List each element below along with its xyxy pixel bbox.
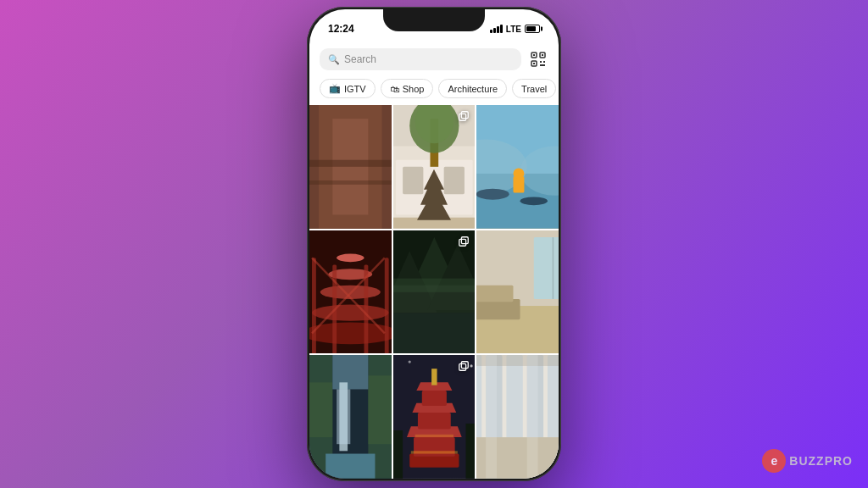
photo-cell-5[interactable] xyxy=(393,230,476,354)
photo-cell-9[interactable] xyxy=(476,355,559,479)
svg-rect-58 xyxy=(534,237,559,299)
shop-icon: 🛍 xyxy=(390,84,399,94)
svg-point-33 xyxy=(514,168,525,179)
svg-rect-14 xyxy=(309,180,392,185)
svg-rect-8 xyxy=(540,64,545,66)
chip-travel[interactable]: Travel xyxy=(512,79,556,98)
svg-point-39 xyxy=(337,253,364,262)
battery-icon xyxy=(525,25,540,33)
photo-cell-2[interactable] xyxy=(393,105,476,229)
svg-rect-24 xyxy=(459,114,466,120)
svg-rect-85 xyxy=(431,369,437,385)
svg-rect-23 xyxy=(393,218,476,229)
svg-rect-40 xyxy=(312,258,316,353)
chip-architecture-label: Architecture xyxy=(448,84,498,94)
svg-rect-53 xyxy=(459,239,466,246)
search-bar[interactable]: 🔍 Search xyxy=(320,48,521,70)
svg-point-30 xyxy=(476,189,509,200)
svg-rect-52 xyxy=(393,278,476,291)
svg-rect-89 xyxy=(462,362,469,369)
chip-shop[interactable]: 🛍 Shop xyxy=(381,79,434,98)
photo-cell-7[interactable] xyxy=(309,355,392,479)
svg-rect-67 xyxy=(332,355,368,389)
svg-rect-99 xyxy=(527,355,538,479)
svg-point-35 xyxy=(309,322,392,344)
phone-frame: 12:24 LTE 🔍 Search xyxy=(307,7,561,481)
phone-notch xyxy=(383,9,485,31)
svg-rect-98 xyxy=(486,355,497,479)
svg-rect-65 xyxy=(309,383,332,438)
svg-rect-70 xyxy=(326,454,375,479)
igtv-icon: 📺 xyxy=(329,83,341,94)
phone-screen: 12:24 LTE 🔍 Search xyxy=(309,9,559,479)
multi-photo-icon-2 xyxy=(457,109,470,123)
svg-point-36 xyxy=(312,304,389,320)
signal-bars-icon xyxy=(490,25,503,33)
svg-point-31 xyxy=(520,197,548,205)
multi-photo-icon-8 xyxy=(457,359,470,373)
svg-rect-76 xyxy=(393,430,403,479)
filter-chips: 📺 IGTV 🛍 Shop Architecture Travel Decor xyxy=(309,75,559,105)
photo-cell-3[interactable] xyxy=(476,105,559,229)
multi-photo-icon-5 xyxy=(457,235,470,248)
svg-rect-83 xyxy=(421,391,446,406)
svg-point-73 xyxy=(408,361,410,363)
svg-rect-5 xyxy=(533,63,535,64)
svg-rect-19 xyxy=(443,167,464,194)
screen-content: 🔍 Search xyxy=(309,43,559,479)
svg-rect-61 xyxy=(476,285,513,301)
photo-cell-8[interactable] xyxy=(393,355,476,479)
qr-icon[interactable] xyxy=(528,49,548,69)
svg-rect-86 xyxy=(410,452,457,454)
svg-rect-3 xyxy=(542,54,543,56)
network-label: LTE xyxy=(506,25,521,34)
svg-rect-69 xyxy=(337,390,350,445)
photo-cell-1[interactable] xyxy=(309,105,392,229)
svg-rect-87 xyxy=(415,435,453,437)
svg-rect-51 xyxy=(393,313,476,354)
status-icons: LTE xyxy=(490,25,540,34)
svg-rect-81 xyxy=(418,413,451,429)
svg-rect-7 xyxy=(543,61,545,63)
svg-rect-18 xyxy=(403,167,423,194)
photo-cell-6[interactable] xyxy=(476,230,559,354)
photo-grid xyxy=(309,105,559,479)
svg-rect-13 xyxy=(309,160,392,167)
svg-rect-43 xyxy=(385,258,389,353)
search-placeholder: Search xyxy=(344,53,376,65)
watermark-icon: e xyxy=(762,449,786,473)
svg-rect-25 xyxy=(462,112,469,119)
svg-rect-88 xyxy=(459,364,466,371)
chip-travel-label: Travel xyxy=(521,84,547,94)
svg-rect-60 xyxy=(476,299,520,319)
svg-rect-1 xyxy=(533,54,535,56)
chip-igtv[interactable]: 📺 IGTV xyxy=(320,79,376,98)
chip-architecture[interactable]: Architecture xyxy=(438,79,507,98)
svg-rect-66 xyxy=(368,376,391,445)
watermark-text: BUZZPRO xyxy=(789,454,853,468)
svg-rect-77 xyxy=(465,424,475,479)
watermark: e BUZZPRO xyxy=(762,449,853,473)
chip-igtv-label: IGTV xyxy=(344,84,366,94)
search-row: 🔍 Search xyxy=(309,43,559,75)
status-time: 12:24 xyxy=(328,23,354,35)
chip-shop-label: Shop xyxy=(403,84,425,94)
photo-cell-4[interactable] xyxy=(309,230,392,354)
svg-rect-54 xyxy=(462,236,469,243)
search-icon: 🔍 xyxy=(328,54,340,65)
svg-rect-6 xyxy=(540,61,542,63)
